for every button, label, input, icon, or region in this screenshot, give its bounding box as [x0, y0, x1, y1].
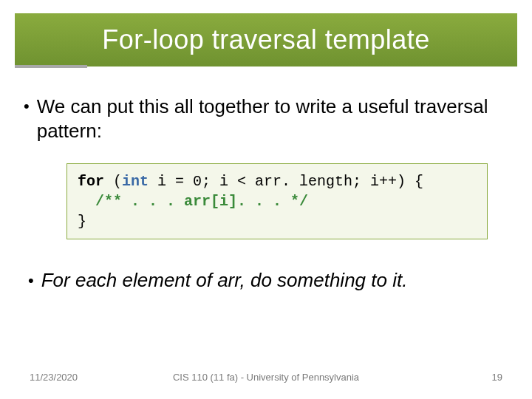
code-comment: /** . . . arr[i]. . . */ [78, 193, 308, 210]
code-paren-open: ( [104, 173, 122, 190]
bullet-dot: • [28, 269, 34, 293]
footer-date: 11/23/2020 [30, 372, 78, 383]
bullet-conclusion-text: For each element of arr, do something to… [41, 269, 408, 292]
code-block: for (int i = 0; i < arr. length; i++) { … [66, 163, 488, 239]
code-close: } [78, 213, 86, 230]
code-keyword-for: for [78, 173, 104, 190]
bullet-intro: • We can put this all together to write … [24, 95, 508, 143]
footer-course: CIS 110 (11 fa) - University of Pennsylv… [0, 372, 532, 383]
footer: 11/23/2020 CIS 110 (11 fa) - University … [0, 372, 532, 383]
footer-page: 19 [492, 372, 502, 383]
code-decl: i = 0; i < arr. length; i++) { [149, 173, 423, 190]
title-bar: For-loop traversal template [15, 13, 517, 66]
slide-title: For-loop traversal template [102, 24, 430, 55]
title-underline [15, 65, 87, 68]
code-type-int: int [122, 173, 149, 190]
bullet-intro-text: We can put this all together to write a … [37, 95, 508, 143]
bullet-dot: • [24, 95, 30, 118]
slide: For-loop traversal template • We can put… [0, 0, 532, 399]
slide-body: • We can put this all together to write … [24, 95, 508, 293]
bullet-conclusion: • For each element of arr, do something … [28, 269, 508, 293]
